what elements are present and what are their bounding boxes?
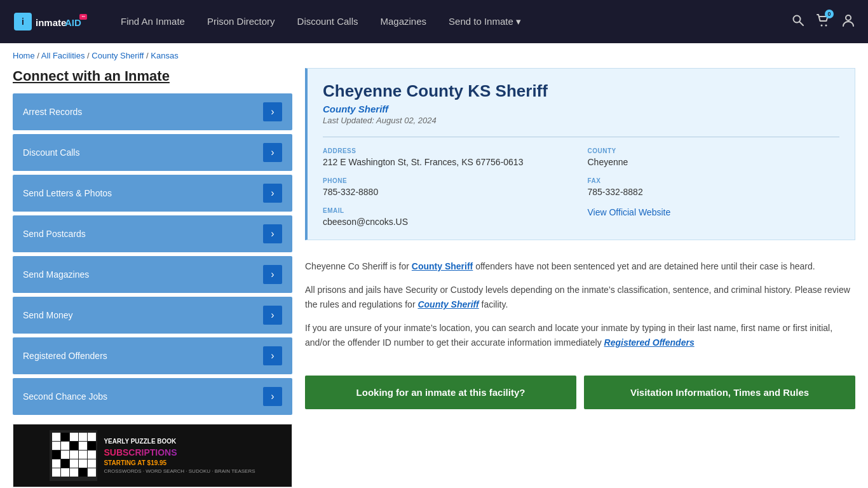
sidebar-item-discount-calls[interactable]: Discount Calls › — [13, 134, 292, 171]
svg-text:i: i — [22, 17, 24, 27]
desc-para1: Cheyenne Co Sheriff is for County Sherif… — [305, 259, 855, 274]
cart-badge: 0 — [825, 10, 834, 18]
puzzle-grid-icon — [50, 430, 97, 481]
address-block: ADDRESS 212 E Washington St, St. Frances… — [323, 147, 575, 167]
view-official-website-link[interactable]: View Official Website — [588, 207, 671, 217]
arrow-icon: › — [263, 387, 282, 406]
bottom-buttons: Looking for an inmate at this facility? … — [305, 376, 855, 409]
svg-point-9 — [825, 24, 827, 26]
nav-discount-calls[interactable]: Discount Calls — [297, 16, 358, 27]
find-inmate-button[interactable]: Looking for an inmate at this facility? — [305, 376, 576, 409]
nav-prison-directory[interactable]: Prison Directory — [207, 16, 275, 27]
sidebar-item-send-magazines[interactable]: Send Magazines › — [13, 256, 292, 293]
sidebar-item-send-letters[interactable]: Send Letters & Photos › — [13, 175, 292, 212]
desc-para3: If you are unsure of your inmate’s locat… — [305, 321, 855, 350]
phone-value: 785-332-8880 — [323, 187, 575, 197]
county-sheriff-link-2[interactable]: County Sheriff — [417, 299, 478, 309]
cart-icon[interactable]: 0 — [816, 13, 830, 30]
ad-banner[interactable]: YEARLY PUZZLE BOOK SUBSCRIPTIONS STARTIN… — [13, 424, 292, 487]
arrow-icon: › — [263, 143, 282, 162]
logo[interactable]: i inmate AID ™ — [13, 10, 89, 33]
breadcrumb-home[interactable]: Home — [13, 51, 35, 60]
arrow-icon: › — [263, 265, 282, 284]
ad-subtitle: SUBSCRIPTIONS — [104, 447, 255, 458]
arrow-icon: › — [263, 102, 282, 121]
ad-types: CROSSWORDS · WORD SEARCH · SUDOKU · BRAI… — [104, 468, 255, 474]
sidebar-item-arrest-records[interactable]: Arrest Records › — [13, 93, 292, 130]
sidebar-title: Connect with an Inmate — [13, 68, 292, 85]
search-icon[interactable] — [792, 14, 804, 30]
breadcrumb: Home / All Facilities / County Sheriff /… — [0, 43, 868, 68]
ad-content: YEARLY PUZZLE BOOK SUBSCRIPTIONS STARTIN… — [104, 438, 255, 474]
facility-updated: Last Updated: August 02, 2024 — [323, 116, 839, 125]
sidebar-item-send-money[interactable]: Send Money › — [13, 297, 292, 334]
svg-text:™: ™ — [81, 15, 85, 19]
svg-point-10 — [846, 15, 851, 20]
facility-info-grid: ADDRESS 212 E Washington St, St. Frances… — [323, 137, 839, 227]
facility-type: County Sheriff — [323, 104, 839, 114]
svg-text:inmate: inmate — [36, 17, 66, 28]
user-icon[interactable] — [841, 13, 855, 30]
nav-send-to-inmate[interactable]: Send to Inmate ▾ — [449, 16, 521, 27]
main-nav: Find An Inmate Prison Directory Discount… — [121, 16, 773, 27]
arrow-icon: › — [263, 346, 282, 365]
fax-value: 785-332-8882 — [588, 187, 840, 197]
breadcrumb-kansas[interactable]: Kansas — [151, 51, 178, 60]
sidebar-item-send-postcards[interactable]: Send Postcards › — [13, 215, 292, 252]
arrow-icon: › — [263, 184, 282, 203]
address-value: 212 E Washington St, St. Frances, KS 677… — [323, 157, 575, 167]
main-content: Cheyenne County KS Sheriff County Sherif… — [305, 68, 855, 487]
sidebar-item-registered-offenders[interactable]: Registered Offenders › — [13, 337, 292, 374]
county-value: Cheyenne — [588, 157, 840, 167]
facility-name: Cheyenne County KS Sheriff — [323, 81, 839, 101]
sidebar: Connect with an Inmate Arrest Records › … — [13, 68, 292, 487]
arrow-icon: › — [263, 306, 282, 325]
breadcrumb-county-sheriff[interactable]: County Sheriff — [92, 51, 144, 60]
fax-label: FAX — [588, 177, 840, 184]
main-layout: Connect with an Inmate Arrest Records › … — [0, 68, 868, 488]
nav-magazines[interactable]: Magazines — [380, 16, 426, 27]
registered-offenders-link[interactable]: Registered Offenders — [604, 337, 695, 348]
phone-label: PHONE — [323, 177, 575, 184]
facility-description: Cheyenne Co Sheriff is for County Sherif… — [305, 253, 855, 365]
email-block: EMAIL cbeeson@cncoks.US — [323, 207, 575, 227]
arrow-icon: › — [263, 224, 282, 243]
email-label: EMAIL — [323, 207, 575, 214]
facility-card: Cheyenne County KS Sheriff County Sherif… — [305, 68, 855, 240]
breadcrumb-all-facilities[interactable]: All Facilities — [41, 51, 85, 60]
svg-text:AID: AID — [65, 17, 81, 28]
email-value: cbeeson@cncoks.US — [323, 217, 575, 227]
desc-para2: All prisons and jails have Security or C… — [305, 283, 855, 312]
website-block: View Official Website — [588, 207, 840, 227]
phone-block: PHONE 785-332-8880 — [323, 177, 575, 197]
fax-block: FAX 785-332-8882 — [588, 177, 840, 197]
county-sheriff-link-1[interactable]: County Sheriff — [412, 261, 473, 271]
nav-find-inmate[interactable]: Find An Inmate — [121, 16, 185, 27]
county-label: COUNTY — [588, 147, 840, 154]
ad-price: STARTING AT $19.95 — [104, 459, 255, 466]
address-label: ADDRESS — [323, 147, 575, 154]
visitation-info-button[interactable]: Visitation Information, Times and Rules — [584, 376, 855, 409]
sidebar-item-second-chance-jobs[interactable]: Second Chance Jobs › — [13, 378, 292, 415]
header: i inmate AID ™ Find An Inmate Prison Dir… — [0, 0, 868, 43]
ad-title: YEARLY PUZZLE BOOK — [104, 438, 255, 445]
header-icons: 0 — [792, 13, 855, 30]
svg-point-8 — [821, 24, 823, 26]
county-block: COUNTY Cheyenne — [588, 147, 840, 167]
svg-line-7 — [799, 22, 803, 25]
